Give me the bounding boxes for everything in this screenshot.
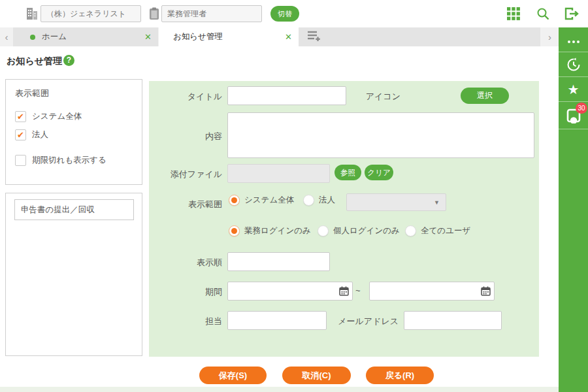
tab-notice-management[interactable]: お知らせ管理 ✕ bbox=[159, 27, 299, 46]
clear-button[interactable]: クリア bbox=[365, 165, 393, 180]
history-icon[interactable] bbox=[559, 52, 588, 77]
clipboard-icon bbox=[149, 7, 161, 20]
email-label: メールアドレス bbox=[333, 316, 399, 327]
notice-list-panel: 申告書の提出／回収 bbox=[5, 193, 142, 356]
radio-icon bbox=[405, 225, 416, 237]
chevron-down-icon: ▼ bbox=[434, 199, 440, 206]
radio-personal-login-only[interactable]: 個人ログインのみ bbox=[318, 225, 400, 237]
display-scope-panel: 表示範囲 ✔ システム全体 ✔ 法人 期限切れも表示する bbox=[5, 79, 142, 185]
radio-corporation[interactable]: 法人 bbox=[303, 195, 335, 206]
list-item[interactable]: 申告書の提出／回収 bbox=[14, 199, 134, 220]
favorite-star-icon[interactable]: ★ bbox=[559, 77, 588, 102]
notifications-icon[interactable]: 30 bbox=[559, 102, 588, 129]
right-sidebar: ★ 30 bbox=[559, 27, 588, 392]
email-input[interactable] bbox=[404, 311, 502, 330]
radio-system-wide[interactable]: システム全体 bbox=[229, 195, 294, 206]
more-ellipsis-icon[interactable] bbox=[559, 27, 588, 52]
display-order-label: 表示順 bbox=[153, 257, 222, 269]
topbar: 切替 bbox=[0, 0, 588, 27]
checkbox-icon bbox=[15, 155, 26, 166]
period-separator: ~ bbox=[355, 286, 361, 295]
footer-strip bbox=[0, 387, 559, 392]
radio-icon bbox=[229, 225, 240, 237]
browse-button[interactable]: 参照 bbox=[335, 165, 361, 180]
icon-label: アイコン bbox=[332, 91, 400, 103]
tabs-scroll-left-icon[interactable]: ‹ bbox=[0, 27, 13, 46]
scope-label: 表示範囲 bbox=[153, 199, 222, 210]
attachment-input bbox=[227, 164, 330, 183]
checkbox-label: システム全体 bbox=[32, 111, 82, 122]
search-icon[interactable] bbox=[535, 7, 551, 22]
notification-badge: 30 bbox=[576, 103, 587, 114]
attachment-label: 添付ファイル bbox=[153, 169, 222, 180]
checkbox-icon: ✔ bbox=[15, 111, 26, 122]
app-window: 切替 ‹ ホーム ✕ お知らせ管理 ✕ › bbox=[0, 0, 588, 392]
checkbox-label: 期限切れも表示する bbox=[32, 155, 106, 166]
title-input[interactable] bbox=[227, 86, 346, 105]
radio-business-login-only[interactable]: 業務ログインのみ bbox=[229, 225, 311, 237]
icon-select-button[interactable]: 選択 bbox=[461, 88, 509, 104]
tabs-scroll-right-icon[interactable]: › bbox=[541, 27, 559, 46]
tab-home[interactable]: ホーム ✕ bbox=[13, 27, 158, 46]
radio-label: 法人 bbox=[319, 195, 335, 206]
add-tab-icon[interactable] bbox=[307, 30, 321, 44]
calendar-icon[interactable] bbox=[339, 286, 349, 299]
checkbox-icon: ✔ bbox=[15, 129, 26, 140]
period-to-input[interactable] bbox=[369, 282, 495, 301]
close-tab-icon[interactable]: ✕ bbox=[144, 32, 152, 42]
switch-button[interactable]: 切替 bbox=[270, 6, 299, 22]
period-label: 期間 bbox=[153, 286, 222, 298]
tab-strip bbox=[299, 27, 540, 46]
company-input[interactable] bbox=[41, 5, 141, 22]
radio-icon bbox=[229, 195, 240, 206]
checkbox-system-wide[interactable]: ✔ システム全体 bbox=[15, 111, 82, 122]
save-button[interactable]: 保存(S) bbox=[199, 367, 267, 384]
tab-label: ホーム bbox=[42, 31, 67, 42]
radio-label: 全てのユーザ bbox=[421, 225, 470, 237]
back-button[interactable]: 戻る(R) bbox=[366, 367, 434, 384]
company-building-icon bbox=[26, 7, 38, 20]
content-textarea[interactable] bbox=[227, 112, 534, 158]
staff-input[interactable] bbox=[227, 311, 327, 330]
cancel-button[interactable]: 取消(C) bbox=[282, 367, 351, 384]
period-from-input[interactable] bbox=[227, 282, 353, 301]
radio-label: システム全体 bbox=[244, 195, 294, 206]
title-label: タイトル bbox=[153, 91, 222, 103]
radio-label: 個人ログインのみ bbox=[333, 225, 400, 237]
pin-icon bbox=[30, 35, 35, 40]
calendar-icon[interactable] bbox=[481, 286, 491, 299]
display-order-input[interactable] bbox=[227, 252, 330, 271]
checkbox-show-expired[interactable]: 期限切れも表示する bbox=[15, 155, 106, 166]
page-title: お知らせ管理 bbox=[7, 56, 62, 67]
tab-bar: ‹ ホーム ✕ お知らせ管理 ✕ › bbox=[0, 27, 559, 46]
tab-label: お知らせ管理 bbox=[173, 31, 223, 42]
staff-label: 担当 bbox=[153, 316, 222, 327]
radio-label: 業務ログインのみ bbox=[244, 225, 311, 237]
logout-icon[interactable] bbox=[564, 7, 580, 22]
app-grid-icon[interactable] bbox=[506, 7, 521, 22]
help-icon[interactable]: ? bbox=[63, 55, 74, 66]
notice-form: タイトル アイコン 選択 内容 添付ファイル 参照 クリア 表示範囲 システム全… bbox=[149, 81, 539, 357]
corporation-dropdown[interactable]: ▼ bbox=[346, 193, 446, 211]
radio-icon bbox=[318, 225, 329, 237]
role-input[interactable] bbox=[161, 5, 262, 22]
content-label: 内容 bbox=[153, 131, 222, 142]
radio-all-users[interactable]: 全てのユーザ bbox=[405, 225, 470, 237]
checkbox-label: 法人 bbox=[32, 129, 48, 140]
close-tab-icon[interactable]: ✕ bbox=[285, 32, 292, 42]
panel-title: 表示範囲 bbox=[15, 88, 49, 99]
radio-icon bbox=[303, 195, 314, 206]
checkbox-corporation[interactable]: ✔ 法人 bbox=[15, 129, 48, 140]
